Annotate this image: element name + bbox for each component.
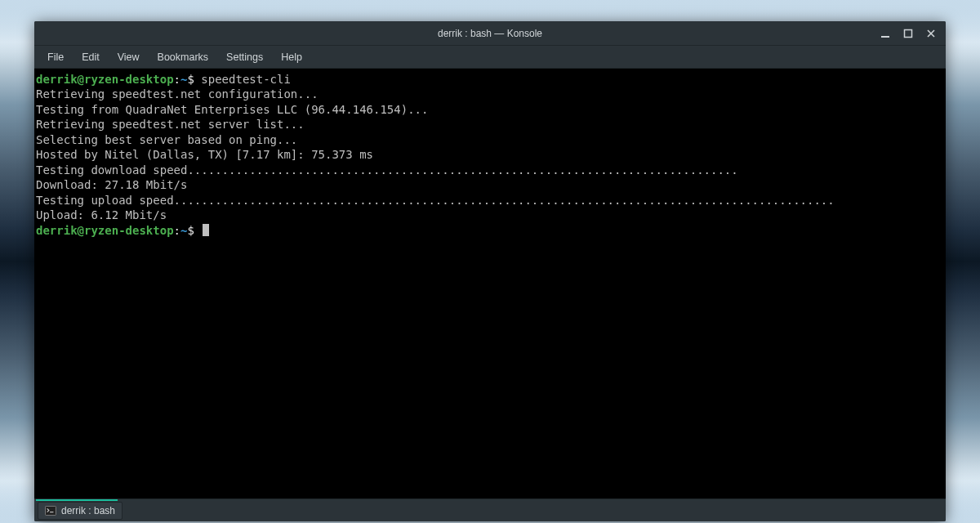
svg-rect-2 xyxy=(46,506,56,515)
minimize-icon xyxy=(880,29,890,38)
prompt-separator: : xyxy=(174,224,180,237)
window-controls xyxy=(874,21,942,45)
terminal-line: Selecting best server based on ping... xyxy=(36,133,297,146)
terminal-line: Retrieving speedtest.net configuration..… xyxy=(36,87,318,101)
prompt-user-host: derrik@ryzen-desktop xyxy=(36,73,174,86)
menu-edit[interactable]: Edit xyxy=(74,48,108,66)
terminal-line: Upload: 6.12 Mbit/s xyxy=(36,208,167,221)
minimize-button[interactable] xyxy=(874,21,897,46)
konsole-window: derrik : bash — Konsole File Edit View B… xyxy=(34,21,946,521)
maximize-icon xyxy=(903,29,913,38)
svg-rect-3 xyxy=(50,512,53,512)
terminal-line: Hosted by Nitel (Dallas, TX) [7.17 km]: … xyxy=(36,148,373,161)
menu-settings[interactable]: Settings xyxy=(218,48,271,66)
terminal-line: Testing upload speed....................… xyxy=(36,194,835,207)
menu-help[interactable]: Help xyxy=(273,48,310,66)
terminal-line: Retrieving speedtest.net server list... xyxy=(36,118,305,131)
terminal-icon xyxy=(45,506,56,516)
terminal-line: Testing download speed..................… xyxy=(36,163,738,177)
terminal-command: speedtest-cli xyxy=(201,73,291,86)
tab-label: derrik : bash xyxy=(61,505,115,516)
svg-rect-1 xyxy=(905,29,912,37)
terminal-line: Download: 27.18 Mbit/s xyxy=(36,178,187,191)
maximize-button[interactable] xyxy=(897,21,920,46)
terminal-area[interactable]: derrik@ryzen-desktop:~$ speedtest-cli Re… xyxy=(34,69,946,498)
prompt-separator: : xyxy=(174,73,180,86)
menu-bookmarks[interactable]: Bookmarks xyxy=(149,48,217,66)
menubar: File Edit View Bookmarks Settings Help xyxy=(34,46,946,69)
active-tab-indicator xyxy=(36,499,118,501)
close-icon xyxy=(926,29,936,38)
close-button[interactable] xyxy=(920,21,942,46)
tab-terminal[interactable]: derrik : bash xyxy=(38,502,122,520)
terminal-line: Testing from QuadraNet Enterprises LLC (… xyxy=(36,103,428,116)
terminal-cursor xyxy=(203,224,209,236)
menu-view[interactable]: View xyxy=(109,48,148,66)
svg-rect-0 xyxy=(881,36,889,38)
prompt-user-host: derrik@ryzen-desktop xyxy=(36,224,174,237)
prompt-symbol: $ xyxy=(187,224,194,237)
menu-file[interactable]: File xyxy=(39,48,72,66)
window-title: derrik : bash — Konsole xyxy=(438,28,542,39)
prompt-symbol: $ xyxy=(187,73,194,86)
statusbar: derrik : bash xyxy=(34,498,946,521)
window-titlebar[interactable]: derrik : bash — Konsole xyxy=(34,21,946,46)
